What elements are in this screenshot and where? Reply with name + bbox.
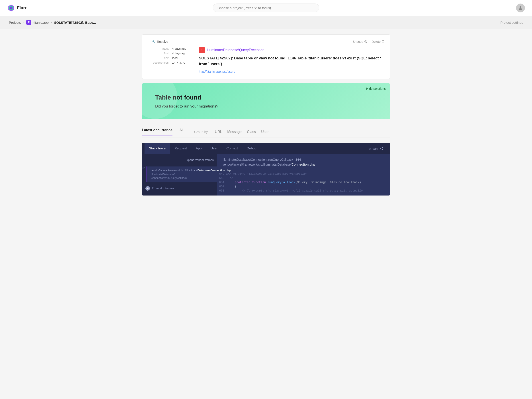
svg-point-6 bbox=[180, 62, 181, 63]
error-message: SQLSTATE[42S02]: Base table or view not … bbox=[199, 55, 385, 67]
group-by-message[interactable]: Message bbox=[227, 130, 242, 134]
expand-vendor-button[interactable]: + bbox=[146, 186, 150, 191]
tab-user[interactable]: User bbox=[206, 143, 222, 154]
tab-stack-trace[interactable]: Stack trace bbox=[145, 143, 170, 154]
tab-divider bbox=[263, 145, 263, 152]
error-card: 🔧 Resolve Snooze Delete latest 4 days ag… bbox=[142, 34, 390, 79]
tab-debug[interactable]: Debug bbox=[242, 143, 261, 154]
main-content: 🔧 Resolve Snooze Delete latest 4 days ag… bbox=[133, 34, 399, 196]
breadcrumb: Projects › F titanic.app › SQLSTATE[42S0… bbox=[0, 16, 532, 29]
code-header: Illuminate\Database\Connection::runQuery… bbox=[217, 154, 390, 170]
tab-app[interactable]: App bbox=[191, 143, 206, 154]
group-by-class[interactable]: Class bbox=[247, 130, 256, 134]
code-line: 652 { bbox=[217, 184, 390, 189]
svg-rect-5 bbox=[382, 41, 384, 43]
code-line: 650 */ bbox=[217, 176, 390, 180]
latest-label: latest bbox=[147, 47, 169, 50]
search-bar[interactable] bbox=[213, 4, 319, 12]
error-meta: latest 4 days ago first 4 days ago env l… bbox=[147, 47, 192, 73]
breadcrumb-current: SQLSTATE[42S02]: Base... bbox=[54, 21, 96, 24]
snooze-button[interactable]: Snooze bbox=[353, 40, 367, 44]
top-nav: Flare bbox=[0, 0, 532, 16]
search-input[interactable] bbox=[213, 4, 319, 12]
vendor-frames-label: 11 vendor frames... bbox=[152, 187, 177, 190]
svg-line-11 bbox=[381, 149, 382, 149]
share-button[interactable]: Share bbox=[365, 143, 387, 154]
breadcrumb-projects[interactable]: Projects bbox=[9, 21, 21, 24]
svg-point-9 bbox=[380, 148, 381, 149]
code-lines: 649 * @throws \Illuminate\Database\Query… bbox=[217, 170, 390, 195]
hide-solutions-button[interactable]: Hide solutions bbox=[366, 87, 386, 90]
group-by-label: Group by bbox=[194, 130, 208, 134]
occurrences-label: occurrences bbox=[147, 61, 169, 64]
project-settings-link[interactable]: Project settings bbox=[500, 21, 523, 24]
exception-class: Illuminate\Database\QueryException bbox=[207, 48, 265, 52]
stack-trace-area: Expand vendor frames 62 vendor/laravel/f… bbox=[142, 154, 390, 196]
frame-number: 62 bbox=[142, 166, 145, 170]
error-card-toolbar: 🔧 Resolve Snooze Delete bbox=[147, 40, 385, 44]
tab-latest-occurrence[interactable]: Latest occurrence bbox=[142, 128, 172, 135]
svg-point-7 bbox=[382, 147, 383, 148]
debug-tabs: Stack trace Request App User Context Deb… bbox=[142, 143, 390, 154]
code-file: vendor/laravel/framework/src/Illuminate/… bbox=[222, 163, 385, 166]
breadcrumb-sep-1: › bbox=[23, 21, 24, 24]
first-label: first bbox=[147, 52, 169, 55]
latest-value: 4 days ago bbox=[172, 47, 192, 50]
exception-icon: ✈ bbox=[199, 47, 205, 53]
stack-frames: Expand vendor frames 62 vendor/laravel/f… bbox=[142, 154, 217, 196]
delete-button[interactable]: Delete bbox=[372, 40, 385, 44]
code-line: 653 // To execute the statement, we'll s… bbox=[217, 189, 390, 193]
project-badge: F bbox=[26, 20, 31, 25]
occurrence-tabs: Latest occurrence All Group by URL Messa… bbox=[142, 124, 390, 137]
code-line: 649 * @throws \Illuminate\Database\Query… bbox=[217, 172, 390, 176]
occurrences-value: 14 • 0 bbox=[172, 61, 192, 64]
solution-description: Did you forget to run your migrations? bbox=[155, 104, 377, 109]
error-body: latest 4 days ago first 4 days ago env l… bbox=[147, 47, 385, 73]
group-by-options: URL Message Class User bbox=[215, 130, 269, 134]
flare-logo-icon bbox=[7, 4, 15, 12]
svg-point-3 bbox=[519, 6, 521, 8]
group-by-url[interactable]: URL bbox=[215, 130, 222, 134]
first-value: 4 days ago bbox=[172, 52, 192, 55]
exception-badge: ✈ Illuminate\Database\QueryException bbox=[199, 47, 265, 53]
vendor-frames: + 11 vendor frames... bbox=[142, 184, 217, 193]
code-line: 651 protected function runQueryCallback(… bbox=[217, 180, 390, 184]
svg-point-8 bbox=[382, 149, 383, 150]
code-function: Illuminate\Database\Connection::runQuery… bbox=[222, 158, 385, 161]
tab-all[interactable]: All bbox=[180, 128, 184, 135]
tab-request[interactable]: Request bbox=[170, 143, 191, 154]
code-viewer: Illuminate\Database\Connection::runQuery… bbox=[217, 154, 390, 196]
tab-context[interactable]: Context bbox=[222, 143, 242, 154]
env-value: local bbox=[172, 56, 192, 60]
solution-title: Table not found bbox=[155, 94, 377, 101]
breadcrumb-project[interactable]: titanic.app bbox=[33, 21, 49, 24]
svg-line-10 bbox=[381, 148, 382, 149]
error-detail: ✈ Illuminate\Database\QueryException SQL… bbox=[199, 47, 385, 73]
expand-vendor-frames-button[interactable]: Expand vendor frames bbox=[142, 157, 217, 164]
solutions-banner: Hide solutions Table not found Did you f… bbox=[142, 83, 390, 119]
error-url[interactable]: http://titanic.app.test/users bbox=[199, 70, 235, 73]
logo-area: Flare bbox=[7, 4, 27, 12]
resolve-button[interactable]: 🔧 Resolve bbox=[147, 40, 168, 44]
error-actions: Snooze Delete bbox=[353, 40, 385, 44]
env-label: env bbox=[147, 56, 169, 60]
avatar[interactable] bbox=[516, 4, 525, 13]
breadcrumb-sep-2: › bbox=[51, 21, 52, 24]
debug-panel: Stack trace Request App User Context Deb… bbox=[142, 143, 390, 196]
group-by-user[interactable]: User bbox=[261, 130, 269, 134]
logo-text: Flare bbox=[17, 5, 27, 10]
